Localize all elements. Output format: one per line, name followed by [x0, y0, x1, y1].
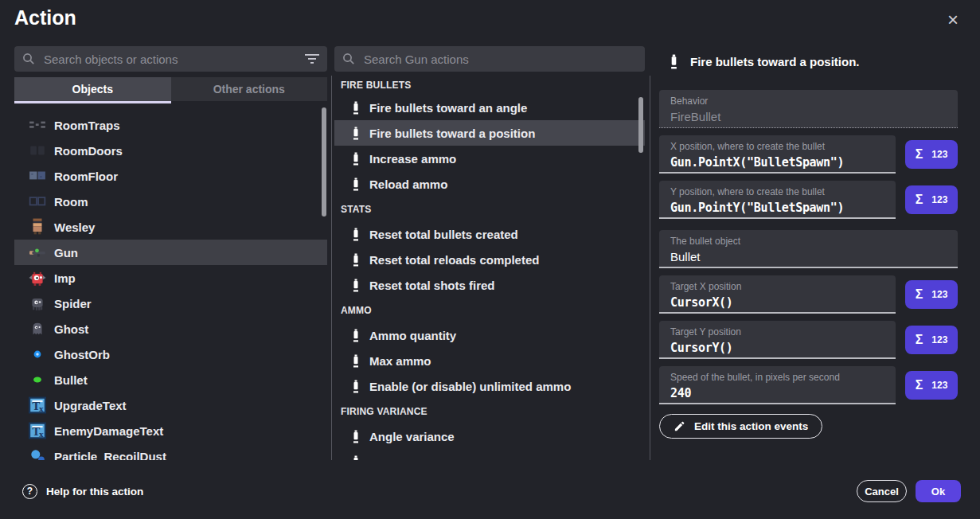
objects-search [14, 46, 327, 72]
field-value: Bullet [670, 250, 947, 264]
parameter-field[interactable]: The bullet objectBullet [659, 230, 958, 268]
action-item[interactable]: Ammo quantity [334, 322, 645, 348]
actions-search [334, 46, 645, 72]
object-item-ghost[interactable]: Ghost [14, 316, 327, 341]
numbers-icon: 123 [931, 289, 947, 300]
objects-search-input[interactable] [42, 52, 298, 67]
sigma-icon: Σ [916, 333, 923, 347]
object-label: RoomTraps [54, 119, 120, 132]
parameter-row: Y position, where to create the bulletGu… [659, 181, 958, 219]
parameter-field[interactable]: Y position, where to create the bulletGu… [659, 181, 896, 219]
object-item-room[interactable]: Room [14, 189, 327, 214]
text-icon: Tx [29, 396, 46, 414]
action-item[interactable]: Enable (or disable) unlimited ammo [334, 373, 645, 399]
actions-scrollbar-thumb[interactable] [638, 97, 643, 153]
tab-other-actions[interactable]: Other actions [171, 77, 328, 101]
parameter-row: BehaviorFireBullet [659, 90, 958, 128]
bullet-icon [353, 127, 359, 140]
action-item[interactable] [334, 449, 645, 460]
cancel-button[interactable]: Cancel [857, 480, 907, 502]
parameter-row: Target Y positionCursorY()Σ123 [659, 321, 958, 359]
actions-search-input[interactable] [362, 52, 637, 67]
action-group-header: AMMO [334, 298, 645, 322]
field-value: Gun.PointY("BulletSpawn") [670, 201, 884, 215]
help-icon: ? [22, 484, 37, 499]
field-label: Behavior [670, 96, 947, 107]
object-item-spider[interactable]: Spider [14, 291, 327, 316]
object-item-particle_recoildust[interactable]: Particle_RecoilDust [14, 443, 327, 460]
expression-editor-button[interactable]: Σ123 [905, 140, 958, 169]
action-label: Angle variance [369, 430, 455, 443]
object-item-wesley[interactable]: Wesley [14, 214, 327, 240]
bullet-icon [353, 354, 359, 368]
object-item-upgradetext[interactable]: TxUpgradeText [14, 392, 327, 418]
object-item-enemydamagetext[interactable]: TxEnemyDamageText [14, 418, 327, 443]
help-link[interactable]: ? Help for this action [22, 480, 143, 502]
objects-scrollbar-thumb[interactable] [322, 107, 326, 217]
tab-objects[interactable]: Objects [14, 77, 171, 101]
action-item[interactable]: Fire bullets toward a position [334, 120, 645, 146]
action-item[interactable]: Reset total shots fired [334, 272, 645, 298]
text-icon: Tx [29, 422, 46, 439]
action-label: Increase ammo [369, 152, 456, 166]
parameter-field[interactable]: Target X positionCursorX() [659, 275, 896, 314]
field-value: CursorY() [670, 341, 884, 355]
object-item-gun[interactable]: Gun [14, 240, 327, 265]
object-item-ghostorb[interactable]: GhostOrb [14, 341, 327, 367]
object-item-roomtraps[interactable]: RoomTraps [14, 112, 327, 138]
action-item[interactable]: Fire bullets toward an angle [334, 95, 645, 120]
parameter-field[interactable]: Target Y positionCursorY() [659, 321, 896, 359]
expression-editor-button[interactable]: Σ123 [905, 326, 958, 354]
object-item-roomdoors[interactable]: RoomDoors [14, 138, 327, 163]
expression-editor-button[interactable]: Σ123 [905, 185, 958, 214]
ok-button[interactable]: Ok [916, 480, 961, 502]
numbers-icon: 123 [931, 334, 947, 345]
action-header-title: Fire bullets toward a position. [690, 55, 860, 68]
parameter-field[interactable]: Speed of the bullet, in pixels per secon… [659, 366, 896, 404]
action-item[interactable]: Angle variance [334, 423, 645, 449]
action-group-header: STATS [334, 197, 645, 221]
object-label: GhostOrb [54, 348, 110, 361]
parameter-field[interactable]: X position, where to create the bulletGu… [659, 135, 896, 174]
object-label: EnemyDamageText [54, 424, 163, 438]
search-icon [342, 53, 355, 65]
field-label: X position, where to create the bullet [670, 141, 884, 152]
field-label: The bullet object [670, 236, 947, 247]
close-icon[interactable]: × [941, 8, 965, 32]
sigma-icon: Σ [916, 287, 923, 302]
bullet-icon [353, 329, 359, 342]
object-item-imp[interactable]: Imp [14, 265, 327, 291]
object-item-roomfloor[interactable]: RoomFloor [14, 163, 327, 189]
room-icon [29, 193, 46, 210]
parameter-row: Target X positionCursorX()Σ123 [659, 275, 958, 314]
action-item[interactable]: Max ammo [334, 348, 645, 373]
ghostorb-icon [29, 345, 46, 363]
action-label: Enable (or disable) unlimited ammo [369, 380, 571, 393]
expression-editor-button[interactable]: Σ123 [905, 371, 958, 400]
bullet-icon [353, 455, 359, 461]
action-dialog: Action × Objects Other actions RoomTraps… [0, 0, 980, 519]
filter-icon[interactable] [305, 53, 319, 64]
action-header: Fire bullets toward a position. [670, 54, 860, 69]
parameter-row: The bullet objectBullet [659, 230, 958, 268]
action-label: Fire bullets toward a position [369, 127, 535, 140]
action-group-header: FIRE BULLETS [334, 76, 645, 95]
action-item[interactable]: Reset total bullets created [334, 221, 645, 247]
field-value: CursorX() [670, 295, 884, 310]
spider-icon [29, 295, 46, 312]
particle-icon [29, 447, 46, 460]
action-label: Fire bullets toward an angle [369, 101, 527, 115]
bullet-icon [353, 152, 359, 166]
edit-action-events-button[interactable]: Edit this action events [659, 414, 822, 439]
bullet-icon [29, 371, 46, 388]
tab-other-actions-label: Other actions [213, 83, 285, 96]
action-list: FIRE BULLETSFire bullets toward an angle… [334, 76, 645, 460]
action-item[interactable]: Reset total reloads completed [334, 247, 645, 272]
parameter-fields: BehaviorFireBulletX position, where to c… [659, 90, 958, 439]
bullet-icon [353, 101, 359, 115]
action-item[interactable]: Increase ammo [334, 146, 645, 171]
roomfloor-icon [29, 167, 46, 185]
expression-editor-button[interactable]: Σ123 [905, 280, 958, 309]
action-item[interactable]: Reload ammo [334, 171, 645, 197]
object-item-bullet[interactable]: Bullet [14, 367, 327, 392]
